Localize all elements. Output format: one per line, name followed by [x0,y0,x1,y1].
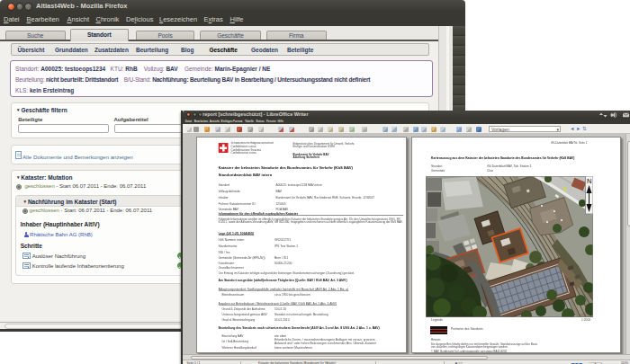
svg-text:N: N [587,177,591,185]
